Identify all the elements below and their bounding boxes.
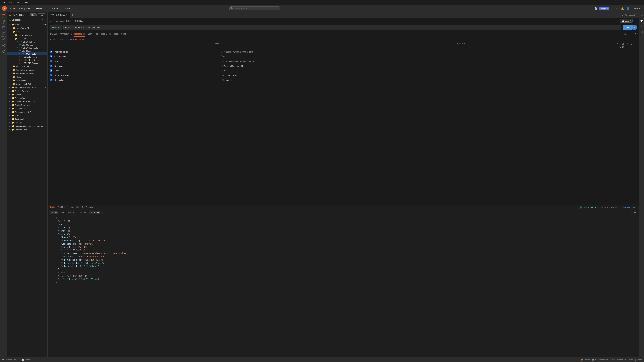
tab-params[interactable]: Params [50,31,57,37]
menu-view[interactable]: View [16,1,22,4]
tab-post-route[interactable]: POST POST Route × [48,12,70,18]
search-input[interactable] [234,7,278,9]
filter-icon[interactable]: ≡ [42,19,44,21]
more-tabs-icon[interactable]: ⋯ [75,14,80,16]
tree-item-plugins[interactable]: 📂 Plugins [8,75,48,79]
tree-item-get-route[interactable]: GET GET Route [8,49,48,52]
send-button[interactable]: Send [622,25,633,30]
tree-item-consumers[interactable]: 📂 Consumers [8,79,48,82]
environment-selector[interactable]: No Environment ▾ [620,13,638,17]
checkbox-user-agent[interactable] [50,65,52,67]
tree-item-kong-admin[interactable]: 📂 Kong Admin API [8,26,48,30]
nav-api-network[interactable]: API Network ▾ [34,6,50,10]
new-button[interactable]: New [30,13,36,16]
satellite-icon[interactable]: 📡 [594,7,598,10]
info-icon-6[interactable]: ⓘ [221,74,223,77]
tree-item-citizens[interactable]: 📁 Citizens App [8,96,48,100]
tree-item-services[interactable]: 📂 Services [8,30,48,33]
breadcrumb-httpbin[interactable]: HTTPBin [64,20,72,22]
import-button[interactable]: Import [38,13,46,16]
tab-pre-request[interactable]: Pre-request Script [95,31,111,37]
tab-tests[interactable]: Tests [114,31,118,37]
find-replace-btn[interactable]: 🔍 Find and Replace [2,359,20,361]
sidebar-collections-icon[interactable]: Collections [1,13,6,19]
tab-headers[interactable]: Headers 7 [74,31,85,37]
checkbox-host[interactable] [50,60,52,62]
sidebar-monitors-icon[interactable]: Monitors [1,37,6,43]
more-options-icon[interactable]: ⋯ [44,19,46,21]
cookies-bottom-btn[interactable]: 🍪 Cookies [580,359,590,361]
tree-item-elasticsearch-old[interactable]: 📁 Elasticsearch_OLD [8,110,48,114]
checkbox-postman-token[interactable] [50,51,52,53]
tree-item-postman-echo[interactable]: 📁 Postman Echo [8,128,48,131]
tree-item-device-reg[interactable]: 📁 Device Registration [8,103,48,107]
info-right-icon[interactable]: ℹ [641,24,643,28]
comment-right-icon[interactable]: 💬 [640,19,644,23]
method-select[interactable]: POST ▾ [50,25,62,30]
tree-item-get-service[interactable]: GET GET Service [8,43,48,46]
send-dropdown-button[interactable]: ▾ [633,25,636,30]
filter-icon-resp[interactable]: ≡ [102,211,103,214]
console-btn[interactable]: ⬜ Console [22,359,31,361]
info-icon-4[interactable]: ⓘ [221,64,223,67]
copy-icon[interactable]: ⎘ [631,211,632,214]
hide-auto-headers-btn[interactable]: 👁 Hide auto-generated headers [59,38,87,40]
resp-tab-cookies[interactable]: Cookies [58,205,65,210]
tree-item-delete-service[interactable]: DEL DELETE Service [8,61,48,64]
col-more-icon[interactable]: ⋯ [616,42,618,48]
tree-item-apache[interactable]: 📂 Apache Server [8,64,48,68]
tree-item-post-route[interactable]: POST POST Route [8,52,48,55]
sidebar-apis-icon[interactable]: API APIs [1,19,6,25]
search-bar[interactable]: 🔍 [230,6,280,10]
tree-item-create-route[interactable]: POST CREATE a Route [8,46,48,49]
url-input[interactable] [64,25,621,30]
tree-item-elasticsearch[interactable]: 📁 Elasticsearch [8,107,48,110]
tree-item-cachet[interactable]: 📁 Cachet [8,93,48,96]
bulk-edit-btn[interactable]: Bulk Edit [619,42,625,48]
tree-item-fcm[interactable]: 📁 FCM [8,114,48,117]
checkbox-content-length[interactable] [50,55,52,57]
tab-authorization[interactable]: Authorization [60,31,72,37]
tree-item-api-gateway[interactable]: 📁 API Gateway ★ [8,23,48,26]
tree-item-delete-a-route[interactable]: DEL DELETE a Route [8,58,48,61]
resp-tab-body[interactable]: Body [50,205,55,210]
menu-help[interactable]: Help [24,1,29,4]
panel-right-icon[interactable]: ◫ [640,29,644,33]
sidebar-environments-icon[interactable]: Environments [1,25,6,31]
tree-item-url-shortener[interactable]: 📁 Custom URL Shortener [8,100,48,103]
edit-right-icon[interactable]: ✏ [640,13,644,17]
format-preview[interactable]: Preview [67,211,76,214]
info-icon-3[interactable]: ⓘ [221,60,223,63]
upgrade-button[interactable]: Upgrade [631,6,642,10]
tab-body[interactable]: Body [88,31,92,37]
checkbox-accept[interactable] [50,69,52,71]
tree-item-services-with-auth[interactable]: 📂 Services with Auth [8,82,48,86]
checkbox-accept-encoding[interactable] [50,74,52,76]
add-collection-icon[interactable]: + [40,19,42,21]
tree-item-bidding[interactable]: 📁 Bidding System [8,89,48,93]
settings-gear-icon[interactable]: ⚙ [634,33,636,35]
resp-tab-test-results[interactable]: Test Results [82,205,92,210]
tree-item-nginx[interactable]: 📂 Nginx Web Server [8,33,48,37]
invite-button[interactable]: ✉ Invite [600,6,609,10]
format-pretty[interactable]: Pretty [50,211,58,214]
format-raw[interactable]: Raw [59,211,66,214]
settings-icon[interactable]: ⚙ [615,7,619,10]
bell-icon[interactable]: 🔔 [620,7,624,10]
info-icon-7[interactable]: ⓘ [221,79,223,81]
tree-item-delete-route[interactable]: DEL DELETE Route [8,55,48,58]
bootcamp-btn[interactable]: 🎓 Bootcamp [612,359,623,361]
info-icon-2[interactable]: ⓘ [221,55,223,58]
menu-file[interactable]: File [1,1,6,4]
tree-item-ocr[interactable]: 📁 Optical Character Recognition API [8,124,48,128]
search-resp-icon[interactable]: 🔍 [634,211,636,214]
tab-settings[interactable]: Settings [121,31,128,37]
cookies-link[interactable]: Cookies [624,33,631,35]
breadcrumb-services[interactable]: Services [56,20,63,22]
sync-icon[interactable]: ↻ [611,7,614,10]
format-visualize[interactable]: Visualize [78,211,88,214]
info-icon-5[interactable]: ⓘ [221,69,223,72]
nav-explore[interactable]: Explore [62,6,72,10]
nav-workspaces[interactable]: Workspaces ▾ [18,6,33,10]
resp-tab-headers[interactable]: Headers 10 [68,205,79,210]
